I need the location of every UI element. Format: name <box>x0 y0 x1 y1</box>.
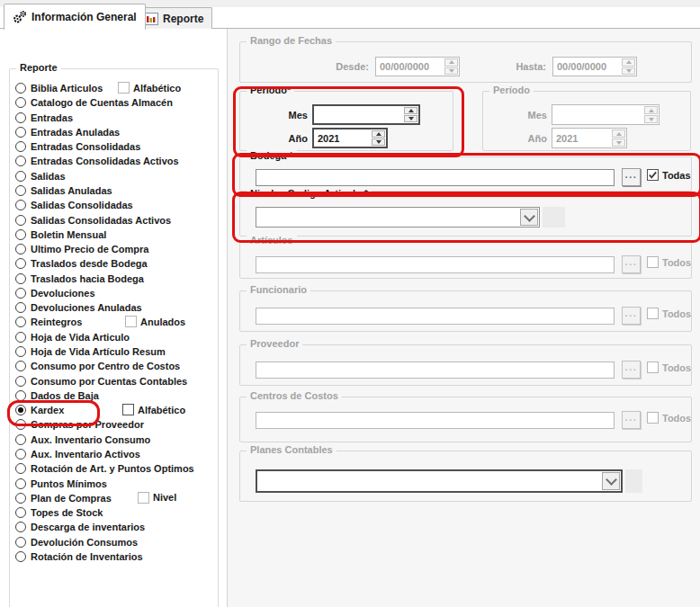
report-radio-list: Biblia ArticulosAlfabéticoCatalogo de Cu… <box>15 81 213 567</box>
report-option-label: Topes de Stock <box>31 507 103 518</box>
report-option-label: Biblia Articulos <box>31 83 103 94</box>
centros-costos-input <box>256 412 615 429</box>
report-option-dados-de-baja[interactable]: Dados de Baja <box>15 388 99 403</box>
report-option-devoluciones-anuladas[interactable]: Devoluciones Anuladas <box>15 300 142 315</box>
report-option-consumo-por-cuentas-contables[interactable]: Consumo por Cuentas Contables <box>15 374 187 388</box>
radio-icon <box>15 478 26 489</box>
groupbox-title: Proveedor <box>247 338 302 349</box>
radio-icon <box>15 551 26 562</box>
radio-icon <box>15 141 26 152</box>
report-option-plan-de-compras[interactable]: Plan de ComprasNivel <box>15 491 112 505</box>
groupbox-title: Rango de Fechas <box>247 35 336 46</box>
report-option-label: Consumo por Cuentas Contables <box>31 376 187 387</box>
radio-icon <box>15 405 26 415</box>
report-option-entradas-anuladas[interactable]: Entradas Anuladas <box>15 125 120 139</box>
checkbox-icon <box>647 362 659 373</box>
inline-checkbox[interactable]: Alfabético <box>122 404 185 415</box>
report-option-salidas-anuladas[interactable]: Salidas Anuladas <box>15 183 112 198</box>
articulos-groupbox: Artículos ··· Todos <box>239 241 692 279</box>
tab-reporte[interactable]: Reporte <box>135 7 212 29</box>
report-option-devoluciones[interactable]: Devoluciones <box>15 286 95 300</box>
hasta-date-input: 00/00/0000 <box>552 57 637 76</box>
checkbox-icon <box>647 256 659 268</box>
desde-spinner <box>444 58 458 75</box>
report-option-salidas-consolidadas-activos[interactable]: Salidas Consolidadas Activos <box>15 213 171 228</box>
niveles-side-filler <box>543 207 565 228</box>
report-option-label: Boletin Mensual <box>31 229 106 240</box>
checkbox-icon <box>647 169 659 181</box>
report-option-rotaci-n-de-inventarios[interactable]: Rotación de Inventarios <box>15 549 143 564</box>
inline-checkbox: Nivel <box>138 492 176 504</box>
report-option-salidas[interactable]: Salidas <box>15 169 66 183</box>
radio-icon <box>15 507 26 518</box>
report-option-aux-inventario-consumo[interactable]: Aux. Inventario Consumo <box>15 433 150 447</box>
radio-icon <box>15 361 26 371</box>
bodega-todas-checkbox[interactable]: Todas <box>647 169 691 181</box>
bar-chart-icon <box>144 13 158 25</box>
mes-label: Mes <box>505 110 547 121</box>
radio-icon <box>15 332 26 343</box>
planes-contables-combobox[interactable] <box>256 469 623 493</box>
report-option-ultimo-precio-de-compra[interactable]: Ultimo Precio de Compra <box>15 242 148 256</box>
radio-icon <box>15 376 26 387</box>
checkbox-icon <box>138 492 149 504</box>
report-option-traslados-desde-bodega[interactable]: Traslados desde Bodega <box>15 256 148 271</box>
chevron-down-icon[interactable] <box>602 472 620 490</box>
report-option-label: Entradas <box>31 112 73 123</box>
inline-checkbox-label: Nivel <box>153 492 176 503</box>
report-option-label: Kardex <box>31 405 64 415</box>
report-option-biblia-articulos[interactable]: Biblia ArticulosAlfabético <box>15 81 103 95</box>
chevron-down-icon[interactable] <box>520 209 538 226</box>
groupbox-title: Centros de Costos <box>247 390 342 401</box>
report-option-label: Hoja de Vida Artículo Resum <box>31 346 166 357</box>
report-option-compras-por-proveedor[interactable]: Compras por Proveedor <box>15 417 144 432</box>
bodega-browse-button[interactable]: ··· <box>622 168 641 186</box>
ano-input-disabled: 2021 <box>552 128 627 148</box>
report-option-hoja-de-vida-art-culo-resum[interactable]: Hoja de Vida Artículo Resum <box>15 344 166 359</box>
report-option-label: Catalogo de Cuentas Almacén <box>31 97 173 108</box>
report-option-entradas-consolidadas[interactable]: Entradas Consolidadas <box>15 139 140 154</box>
report-option-descarga-de-inventarios[interactable]: Descarga de inventarios <box>15 520 145 534</box>
radio-icon <box>15 185 26 196</box>
tab-informacion-general[interactable]: Información General <box>4 4 146 30</box>
report-option-consumo-por-centro-de-costos[interactable]: Consumo por Centro de Costos <box>15 359 180 373</box>
ano-spinner[interactable] <box>372 130 385 146</box>
desde-label: Desde: <box>290 61 369 72</box>
bodega-input[interactable] <box>256 169 615 186</box>
mes-input[interactable] <box>312 104 420 125</box>
ano-input[interactable]: 2021 <box>312 128 388 148</box>
niveles-groupbox: Niveles Codigo Articulo * <box>239 194 692 237</box>
report-options-area: Reporte Biblia ArticulosAlfabéticoCatalo… <box>0 29 227 607</box>
report-option-label: Salidas Consolidadas Activos <box>31 215 171 226</box>
report-option-reintegros[interactable]: ReintegrosAnulados <box>15 315 82 329</box>
report-option-label: Plan de Compras <box>31 493 112 504</box>
report-option-hoja-de-vida-articulo[interactable]: Hoja de Vida Articulo <box>15 330 130 344</box>
mes-spinner[interactable] <box>404 107 417 122</box>
report-option-entradas[interactable]: Entradas <box>15 111 73 125</box>
report-option-entradas-consolidadas-activos[interactable]: Entradas Consolidadas Activos <box>15 154 179 168</box>
groupbox-title: Artículos <box>247 235 297 245</box>
report-option-puntos-m-nimos[interactable]: Puntos Mínimos <box>15 477 107 491</box>
report-option-rotaci-n-de-art-y-puntos-optimos[interactable]: Rotación de Art. y Puntos Optimos <box>15 461 194 476</box>
report-option-kardex[interactable]: KardexAlfabético <box>15 403 64 417</box>
radio-icon <box>15 317 26 327</box>
rango-de-fechas-groupbox: Rango de Fechas Desde: 00/00/0000 Hasta:… <box>239 41 692 83</box>
groupbox-title: Período <box>489 85 534 95</box>
report-option-traslados-hacia-bodega[interactable]: Traslados hacia Bodega <box>15 272 144 286</box>
articulos-input <box>256 256 615 273</box>
planes-contables-groupbox: Planes Contables <box>239 451 692 502</box>
desde-date-input: 00/00/0000 <box>375 57 460 76</box>
funcionario-todos-checkbox: Todos <box>647 308 691 319</box>
report-option-salidas-consolidadas[interactable]: Salidas Consolidadas <box>15 198 133 212</box>
report-option-label: Puntos Mínimos <box>31 478 107 489</box>
funcionario-input <box>256 308 615 325</box>
report-option-label: Compras por Proveedor <box>31 419 144 430</box>
report-option-topes-de-stock[interactable]: Topes de Stock <box>15 505 103 520</box>
radio-icon <box>15 493 26 504</box>
report-option-catalogo-de-cuentas-almac-n[interactable]: Catalogo de Cuentas Almacén <box>15 95 173 110</box>
report-option-label: Ultimo Precio de Compra <box>31 244 148 254</box>
report-option-aux-inventario-activos[interactable]: Aux. Inventario Activos <box>15 447 140 461</box>
report-option-boletin-mensual[interactable]: Boletin Mensual <box>15 228 106 242</box>
report-option-devoluci-n-consumos[interactable]: Devolución Consumos <box>15 535 138 549</box>
niveles-combobox[interactable] <box>256 207 540 228</box>
